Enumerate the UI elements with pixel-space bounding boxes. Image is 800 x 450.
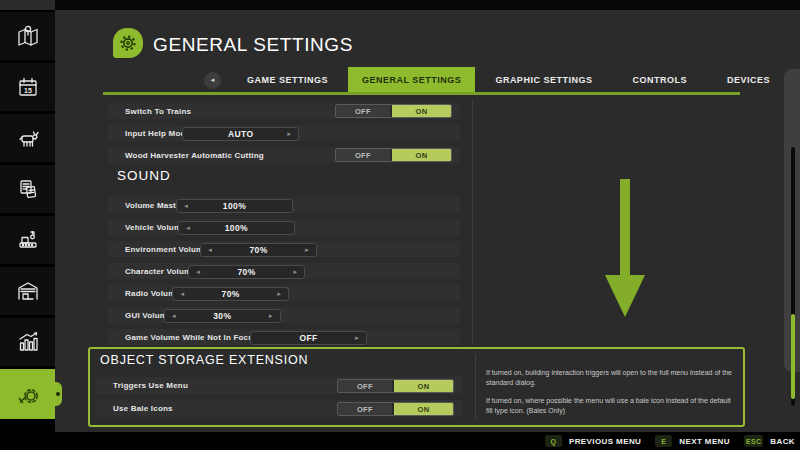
tab-game-settings[interactable]: GAME SETTINGS [227, 67, 348, 93]
help-text-bale-icons: If turned on, where possible the menu wi… [486, 396, 738, 416]
previous-menu-hint[interactable]: Q PREVIOUS MENU [545, 435, 641, 447]
selector-value: 70% [237, 267, 255, 277]
help-text-triggers: If turned on, building interaction trigg… [486, 368, 738, 388]
sidebar-item-calendar[interactable]: 15 [0, 63, 55, 111]
setting-row-input-help-mode: Input Help Mode ◄ AUTO ► [108, 125, 460, 141]
setting-row-character-volume: Character Volume ◄ 70% ► [108, 263, 460, 279]
increase-arrow-icon[interactable]: ► [292, 266, 298, 278]
general-settings-screen: 15 [0, 0, 800, 450]
decrease-arrow-icon[interactable]: ◄ [207, 244, 213, 256]
toggle-off-button[interactable]: OFF [338, 380, 392, 392]
toggle-off-button[interactable]: OFF [338, 403, 392, 415]
back-hint[interactable]: ESC BACK [744, 435, 795, 447]
scroll-down-hint-arrow-icon [603, 179, 647, 319]
environment-volume-selector[interactable]: ◄ 70% ► [200, 243, 317, 257]
scrollbar-track[interactable] [791, 147, 795, 406]
switch-to-trains-toggle[interactable]: OFF ON [335, 104, 452, 118]
setting-row-gui-volume: GUI Volume ◄ 30% ► [108, 307, 460, 323]
sidebar-item-settings[interactable] [0, 369, 55, 419]
setting-label: Game Volume While Not In Focus [125, 333, 258, 342]
increase-arrow-icon[interactable]: ► [354, 332, 360, 344]
toggle-on-button[interactable]: ON [394, 403, 453, 415]
increase-arrow-icon[interactable]: ► [286, 128, 292, 140]
toggle-off-button[interactable]: OFF [336, 149, 390, 161]
setting-row-wood-harvester: Wood Harvester Automatic Cutting OFF ON [108, 147, 460, 163]
increase-arrow-icon[interactable]: ► [268, 310, 274, 322]
triggers-use-menu-toggle[interactable]: OFF ON [337, 379, 454, 393]
general-settings-rows: Switch To Trains OFF ON Input Help Mode … [108, 103, 460, 169]
setting-row-triggers-use-menu: Triggers Use Menu OFF ON [96, 377, 462, 394]
column-divider [472, 100, 473, 345]
volume-master-selector[interactable]: ◄ 100% ► [176, 199, 293, 213]
sidebar-item-production[interactable] [0, 216, 55, 264]
toggle-on-button[interactable]: ON [392, 105, 451, 117]
setting-row-vehicle-volume: Vehicle Volume ◄ 100% ► [108, 219, 460, 235]
radio-volume-selector[interactable]: ◄ 70% ► [172, 287, 289, 301]
sidebar-item-map[interactable] [0, 12, 55, 60]
contracts-icon [15, 176, 41, 202]
toggle-on-button[interactable]: ON [392, 149, 451, 161]
tab-bar: ◄ GAME SETTINGS GENERAL SETTINGS GRAPHIC… [198, 67, 800, 93]
setting-label: Use Bale Icons [113, 404, 173, 413]
setting-row-environment-volume: Environment Volume ◄ 70% ► [108, 241, 460, 257]
selector-value: 70% [249, 245, 267, 255]
decrease-arrow-icon[interactable]: ◄ [185, 222, 191, 234]
sidebar: 15 [0, 10, 55, 432]
setting-row-volume-master: Volume Master ◄ 100% ► [108, 197, 460, 213]
header-gear-badge [113, 28, 143, 58]
prev-tab-button[interactable]: ◄ [204, 72, 221, 89]
toggle-off-button[interactable]: OFF [336, 105, 390, 117]
tab-controls[interactable]: CONTROLS [612, 67, 707, 93]
decrease-arrow-icon[interactable]: ◄ [179, 288, 185, 300]
decrease-arrow-icon[interactable]: ◄ [195, 266, 201, 278]
sidebar-item-statistics[interactable] [0, 318, 55, 366]
setting-row-use-bale-icons: Use Bale Icons OFF ON [96, 400, 462, 417]
scrollbar-thumb[interactable] [791, 314, 795, 399]
input-help-mode-selector[interactable]: ◄ AUTO ► [182, 127, 299, 141]
tab-general-settings[interactable]: GENERAL SETTINGS [348, 67, 475, 93]
scrollbar[interactable] [784, 69, 800, 372]
increase-arrow-icon[interactable]: ► [304, 244, 310, 256]
hint-label: PREVIOUS MENU [569, 437, 641, 446]
tab-graphic-settings[interactable]: GRAPHIC SETTINGS [475, 67, 612, 93]
gear-icon [116, 31, 140, 55]
decrease-arrow-icon[interactable]: ◄ [171, 310, 177, 322]
use-bale-icons-toggle[interactable]: OFF ON [337, 402, 454, 416]
setting-row-switch-to-trains: Switch To Trains OFF ON [108, 103, 460, 119]
increase-arrow-icon[interactable]: ► [276, 288, 282, 300]
selector-value: 30% [213, 311, 231, 321]
top-left-corner [0, 0, 55, 10]
setting-row-game-volume-focus: Game Volume While Not In Focus ◄ OFF ► [108, 329, 460, 345]
main-panel: GENERAL SETTINGS ◄ GAME SETTINGS GENERAL… [55, 10, 800, 432]
next-menu-hint[interactable]: E NEXT MENU [655, 435, 730, 447]
wood-harvester-toggle[interactable]: OFF ON [335, 148, 452, 162]
sound-section-title: SOUND [117, 168, 171, 183]
statistics-icon [15, 329, 41, 355]
gui-volume-selector[interactable]: ◄ 30% ► [164, 309, 281, 323]
tab-devices[interactable]: DEVICES [707, 67, 790, 93]
calendar-day: 15 [24, 87, 32, 94]
vehicle-volume-selector[interactable]: ◄ 100% ► [178, 221, 295, 235]
sidebar-item-contracts[interactable] [0, 165, 55, 213]
toggle-on-button[interactable]: ON [394, 380, 453, 392]
setting-label: Triggers Use Menu [113, 381, 188, 390]
character-volume-selector[interactable]: ◄ 70% ► [188, 265, 305, 279]
object-storage-extension-panel: OBJECT STORAGE EXTENSION Triggers Use Me… [88, 347, 745, 427]
hint-label: BACK [770, 437, 795, 446]
calendar-icon: 15 [15, 74, 41, 100]
setting-row-radio-volume: Radio Volume ◄ 70% ► [108, 285, 460, 301]
setting-label: Environment Volume [125, 245, 208, 254]
sidebar-item-animals[interactable] [0, 114, 55, 162]
sidebar-item-storage[interactable] [0, 267, 55, 315]
decrease-arrow-icon[interactable]: ◄ [183, 200, 189, 212]
settings-wrench-icon [15, 381, 41, 407]
game-volume-focus-selector[interactable]: ◄ OFF ► [250, 331, 367, 345]
key-badge-esc: ESC [744, 435, 763, 447]
selector-value: 70% [222, 289, 240, 299]
sound-settings-rows: Volume Master ◄ 100% ► Vehicle Volume ◄ … [108, 197, 460, 351]
key-badge-q: Q [545, 435, 562, 447]
extension-divider [475, 354, 476, 420]
extension-rows: Triggers Use Menu OFF ON Use Bale Icons … [96, 377, 462, 423]
prev-tab-arrow-icon: ◄ [210, 77, 216, 83]
selector-value: OFF [299, 333, 317, 343]
